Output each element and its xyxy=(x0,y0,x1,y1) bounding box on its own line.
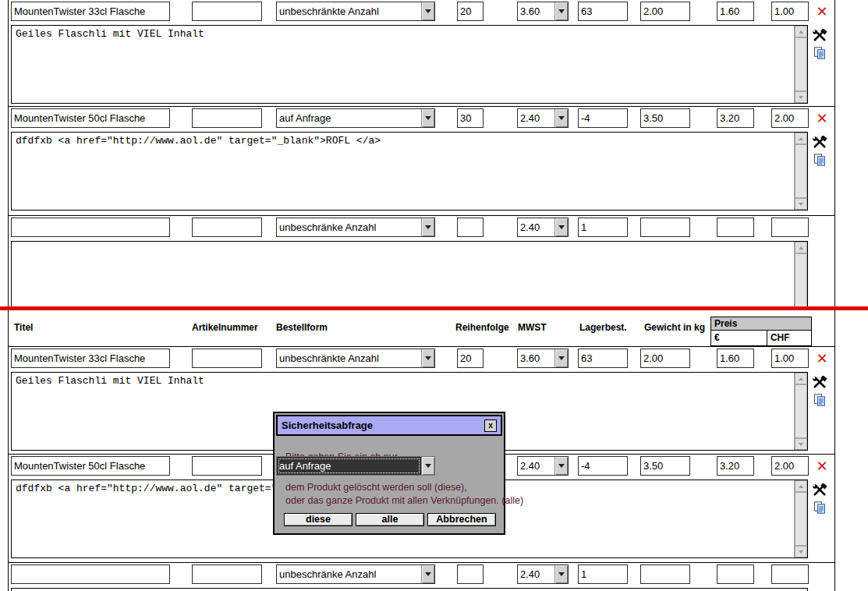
chevron-down-icon[interactable] xyxy=(421,218,434,236)
bestellform-select[interactable]: unbeschränke Anzahl xyxy=(276,218,435,237)
preis-chf-input[interactable] xyxy=(771,456,809,476)
bestellform-select-focused[interactable]: auf Anfrage xyxy=(276,456,435,476)
preis-chf-input[interactable] xyxy=(771,349,809,368)
scroll-down-icon[interactable] xyxy=(795,91,807,103)
mwst-select[interactable]: 3.60 xyxy=(517,2,569,21)
preis-eur-input[interactable] xyxy=(717,349,754,368)
copy-icon[interactable] xyxy=(813,47,829,61)
bestellform-select[interactable]: unbeschränkte Anzahl xyxy=(276,349,435,368)
titel-input[interactable] xyxy=(11,218,170,237)
reihenfolge-input[interactable] xyxy=(457,108,484,128)
delete-row-button[interactable]: ✕ xyxy=(813,110,831,127)
tools-icon[interactable] xyxy=(812,483,827,497)
gewicht-input[interactable] xyxy=(640,218,690,237)
alle-button[interactable]: alle xyxy=(356,513,424,526)
scrollbar-thumb[interactable] xyxy=(795,492,807,546)
lagerbestand-input[interactable] xyxy=(578,456,628,476)
scrollbar-thumb[interactable] xyxy=(795,253,807,306)
reihenfolge-input[interactable] xyxy=(457,218,484,237)
mwst-select[interactable]: 2.40 xyxy=(517,564,569,584)
chevron-down-icon[interactable] xyxy=(554,349,568,367)
titel-input[interactable] xyxy=(11,2,170,21)
delete-row-button[interactable]: ✕ xyxy=(813,458,831,475)
titel-input[interactable] xyxy=(11,349,170,368)
preis-eur-input[interactable] xyxy=(717,218,754,237)
reihenfolge-input[interactable] xyxy=(457,349,484,368)
reihenfolge-input[interactable] xyxy=(457,2,484,21)
gewicht-input[interactable] xyxy=(640,108,690,128)
close-icon[interactable]: x xyxy=(484,419,497,432)
mwst-select[interactable]: 2.40 xyxy=(517,456,569,476)
chevron-down-icon[interactable] xyxy=(554,457,568,475)
artikelnummer-input[interactable] xyxy=(192,456,262,476)
beschreibung-textarea[interactable] xyxy=(11,588,808,591)
scroll-up-icon[interactable] xyxy=(795,133,807,144)
tools-icon[interactable] xyxy=(812,376,827,390)
scroll-down-icon[interactable] xyxy=(795,546,807,557)
gewicht-input[interactable] xyxy=(640,456,690,476)
dialog-titlebar[interactable]: Sicherheitsabfrage x xyxy=(276,415,502,436)
titel-input[interactable] xyxy=(11,108,170,128)
textarea-scrollbar[interactable] xyxy=(794,480,807,557)
titel-input[interactable] xyxy=(11,564,170,584)
chevron-down-icon[interactable] xyxy=(554,109,568,127)
lagerbestand-input[interactable] xyxy=(578,108,628,128)
scroll-up-icon[interactable] xyxy=(795,26,807,37)
chevron-down-icon[interactable] xyxy=(554,2,568,20)
titel-input[interactable] xyxy=(11,456,170,476)
preis-eur-input[interactable] xyxy=(717,456,754,476)
scroll-up-icon[interactable] xyxy=(795,242,807,253)
reihenfolge-input[interactable] xyxy=(457,564,484,584)
preis-chf-input[interactable] xyxy=(771,108,809,128)
delete-row-button[interactable]: ✕ xyxy=(813,350,831,367)
mwst-select[interactable]: 2.40 xyxy=(517,108,569,128)
chevron-down-icon[interactable] xyxy=(421,109,434,127)
delete-row-button[interactable]: ✕ xyxy=(813,3,831,20)
copy-icon[interactable] xyxy=(813,394,829,408)
artikelnummer-input[interactable] xyxy=(192,108,262,128)
preis-eur-input[interactable] xyxy=(717,2,754,21)
gewicht-input[interactable] xyxy=(640,349,690,368)
bestellform-select[interactable]: unbeschränke Anzahl xyxy=(276,564,435,584)
bestellform-select[interactable]: auf Anfrage xyxy=(276,108,435,128)
preis-chf-input[interactable] xyxy=(771,2,809,21)
tools-icon[interactable] xyxy=(812,136,827,150)
beschreibung-textarea[interactable]: dfdfxb <a href="http://www.aol.de" targe… xyxy=(11,132,808,211)
textarea-scrollbar[interactable] xyxy=(794,26,807,103)
mwst-select[interactable]: 3.60 xyxy=(517,349,569,368)
bestellform-select[interactable]: unbeschränkte Anzahl xyxy=(276,2,435,21)
copy-icon[interactable] xyxy=(813,154,829,168)
gewicht-input[interactable] xyxy=(640,2,690,21)
scroll-up-icon[interactable] xyxy=(795,480,807,492)
abbrechen-button[interactable]: Abbrechen xyxy=(427,513,496,526)
chevron-down-icon[interactable] xyxy=(554,218,568,236)
preis-eur-input[interactable] xyxy=(717,108,754,128)
mwst-select[interactable]: 2.40 xyxy=(517,218,569,237)
lagerbestand-input[interactable] xyxy=(578,218,628,237)
scrollbar-thumb[interactable] xyxy=(795,144,807,198)
scrollbar-thumb[interactable] xyxy=(795,37,807,91)
scroll-down-icon[interactable] xyxy=(795,438,807,450)
lagerbestand-input[interactable] xyxy=(578,349,628,368)
chevron-down-icon[interactable] xyxy=(421,565,434,583)
copy-icon[interactable] xyxy=(813,501,829,515)
lagerbestand-input[interactable] xyxy=(578,2,628,21)
artikelnummer-input[interactable] xyxy=(192,349,262,368)
scroll-up-icon[interactable] xyxy=(795,373,807,384)
textarea-scrollbar[interactable] xyxy=(794,242,807,306)
textarea-scrollbar[interactable] xyxy=(794,133,807,210)
diese-button[interactable]: diese xyxy=(284,513,353,526)
artikelnummer-input[interactable] xyxy=(192,564,262,584)
textarea-scrollbar[interactable] xyxy=(794,373,807,450)
preis-chf-input[interactable] xyxy=(771,218,809,237)
chevron-down-icon[interactable] xyxy=(421,2,434,20)
scroll-down-icon[interactable] xyxy=(795,198,807,210)
artikelnummer-input[interactable] xyxy=(192,218,262,237)
artikelnummer-input[interactable] xyxy=(192,2,262,21)
chevron-down-icon[interactable] xyxy=(421,349,434,367)
chevron-down-icon[interactable] xyxy=(421,457,434,475)
scrollbar-thumb[interactable] xyxy=(795,384,807,438)
beschreibung-textarea[interactable]: Geiles Flaschli mit VIEL Inhalt xyxy=(11,25,808,104)
tools-icon[interactable] xyxy=(812,29,827,43)
gewicht-input[interactable] xyxy=(640,564,690,584)
